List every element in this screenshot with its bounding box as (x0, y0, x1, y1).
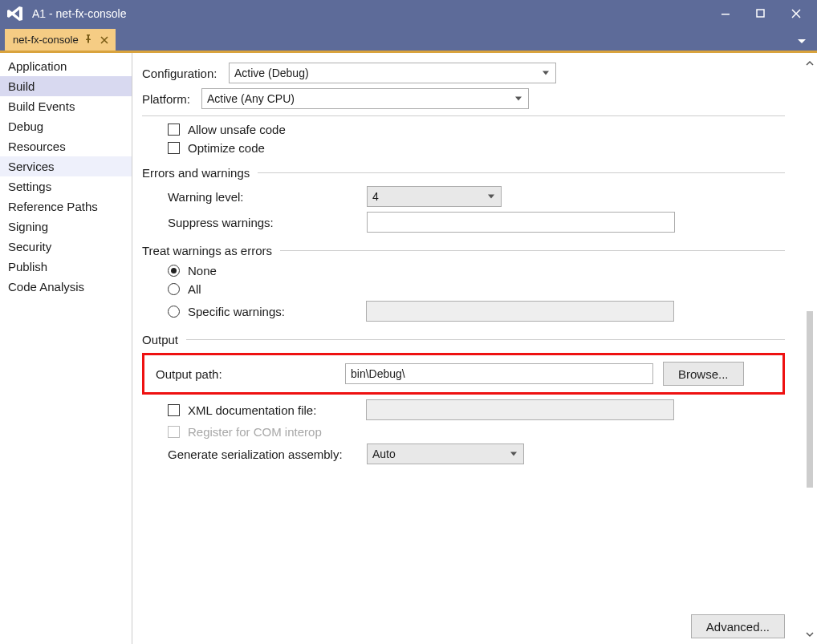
sidebar-item-application[interactable]: Application (0, 56, 132, 76)
radio-all[interactable]: All (168, 282, 785, 296)
register-com-checkbox (168, 426, 180, 438)
gen-serialization-label: Generate serialization assembly: (168, 448, 367, 461)
xml-doc-checkbox[interactable] (168, 404, 180, 416)
document-tab-label: net-fx-console (13, 34, 79, 46)
sidebar-item-resources[interactable]: Resources (0, 136, 132, 156)
sidebar-item-build-events[interactable]: Build Events (0, 96, 132, 116)
advanced-button[interactable]: Advanced... (691, 614, 785, 638)
sidebar-item-debug[interactable]: Debug (0, 116, 132, 136)
warning-level-label: Warning level: (168, 190, 367, 204)
close-tab-icon[interactable] (98, 34, 111, 47)
platform-label: Platform: (142, 92, 201, 106)
suppress-warnings-label: Suppress warnings: (168, 216, 367, 229)
radio-specific[interactable]: Specific warnings: (168, 301, 785, 322)
output-path-input[interactable]: bin\Debug\ (345, 363, 653, 384)
configuration-label: Configuration: (142, 67, 229, 80)
xml-doc-label: XML documentation file: (188, 403, 366, 417)
radio-dot-icon (168, 306, 180, 318)
svg-rect-0 (721, 14, 730, 15)
property-page-sidebar: Application Build Build Events Debug Res… (0, 53, 132, 644)
treat-warnings-section-header: Treat warnings as errors (142, 244, 785, 257)
output-path-label: Output path: (152, 367, 345, 381)
specific-warnings-input (366, 301, 674, 322)
xml-doc-input (366, 399, 674, 420)
sidebar-item-publish[interactable]: Publish (0, 257, 132, 277)
vs-logo-icon (6, 5, 24, 22)
sidebar-item-build[interactable]: Build (0, 76, 132, 96)
scroll-down-icon[interactable] (803, 627, 817, 642)
optimize-checkbox[interactable] (168, 142, 180, 154)
output-path-highlight: Output path: bin\Debug\ Browse... (142, 353, 785, 395)
register-com-label: Register for COM interop (188, 425, 322, 439)
sidebar-item-security[interactable]: Security (0, 237, 132, 257)
sidebar-item-signing[interactable]: Signing (0, 217, 132, 237)
scroll-up-icon[interactable] (803, 56, 817, 71)
scroll-thumb[interactable] (807, 311, 813, 488)
close-button[interactable] (778, 0, 814, 27)
sidebar-item-code-analysis[interactable]: Code Analysis (0, 277, 132, 297)
minimize-button[interactable] (708, 0, 743, 27)
document-tab[interactable]: net-fx-console (5, 29, 116, 51)
document-tab-row: net-fx-console (0, 27, 817, 51)
sidebar-item-settings[interactable]: Settings (0, 176, 132, 196)
scrollbar[interactable] (803, 53, 817, 644)
platform-select[interactable]: Active (Any CPU) (201, 88, 529, 109)
titlebar: A1 - net-fx-console (0, 0, 817, 27)
suppress-warnings-input[interactable] (367, 212, 675, 233)
browse-button[interactable]: Browse... (663, 362, 744, 386)
radio-dot-icon (168, 283, 180, 295)
sidebar-item-reference-paths[interactable]: Reference Paths (0, 196, 132, 217)
warning-level-select[interactable]: 4 (367, 186, 502, 207)
errors-section-header: Errors and warnings (142, 166, 785, 180)
output-section-header: Output (142, 333, 785, 346)
optimize-label: Optimize code (188, 141, 265, 155)
svg-rect-1 (757, 10, 764, 17)
allow-unsafe-checkbox[interactable] (168, 124, 180, 136)
allow-unsafe-label: Allow unsafe code (188, 123, 286, 136)
maximize-button[interactable] (743, 0, 778, 27)
radio-dot-icon (168, 265, 180, 277)
gen-serialization-select[interactable]: Auto (367, 444, 524, 464)
configuration-select[interactable]: Active (Debug) (229, 63, 556, 83)
sidebar-item-services[interactable]: Services (0, 156, 132, 176)
window-title: A1 - net-fx-console (32, 7, 127, 20)
radio-none[interactable]: None (168, 264, 785, 277)
tab-overflow-icon[interactable] (793, 33, 811, 51)
pin-icon[interactable] (83, 34, 93, 46)
